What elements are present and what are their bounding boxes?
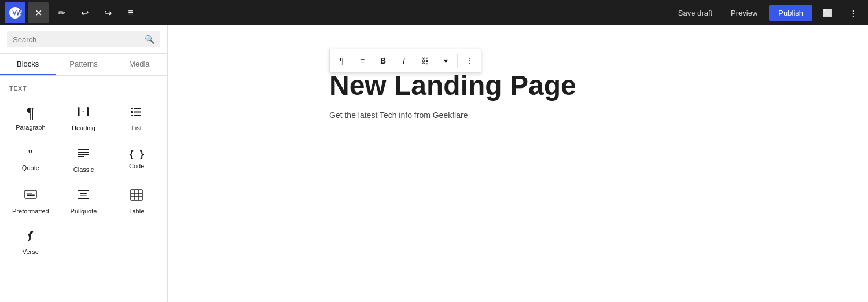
code-icon: { } <box>129 150 145 159</box>
italic-icon: I <box>403 56 405 65</box>
more-options-button[interactable]: ⋮ <box>843 2 863 23</box>
toolbar-divider <box>457 54 458 68</box>
sidebar-toggle-icon: ⬜ <box>823 9 833 17</box>
block-pullquote[interactable]: Pullquote <box>58 180 110 220</box>
block-code-label: Code <box>129 163 144 170</box>
bold-icon: B <box>380 56 386 65</box>
main-area: 🔍 Blocks Patterns Media TEXT ¶ Paragraph <box>0 25 868 302</box>
page-subtitle[interactable]: Get the latest Tech info from Geekflare <box>329 111 707 120</box>
bold-button[interactable]: B <box>373 50 393 71</box>
more-toolbar-icon: ▾ <box>444 56 448 65</box>
list-view-icon: ≡ <box>128 8 133 18</box>
undo-button[interactable]: ↩ <box>74 2 95 23</box>
block-quote[interactable]: " Quote <box>5 138 57 179</box>
svg-rect-13 <box>25 190 36 198</box>
svg-rect-8 <box>134 115 141 116</box>
wp-logo[interactable] <box>5 2 25 23</box>
block-verse[interactable]: Verse <box>5 222 57 261</box>
block-code[interactable]: { } Code <box>111 138 163 179</box>
wp-logo-icon <box>8 6 22 20</box>
left-sidebar: 🔍 Blocks Patterns Media TEXT ¶ Paragraph <box>0 25 168 302</box>
block-type-button[interactable]: ¶ <box>331 50 352 71</box>
block-preformatted-label: Preformatted <box>12 208 49 215</box>
block-preformatted[interactable]: Preformatted <box>5 180 57 220</box>
svg-rect-20 <box>131 190 142 200</box>
undo-icon: ↩ <box>81 8 89 19</box>
block-list-label: List <box>132 124 142 131</box>
search-icon: 🔍 <box>145 35 155 44</box>
close-icon: ✕ <box>35 8 42 19</box>
sidebar-tabs: Blocks Patterns Media <box>0 54 167 76</box>
list-icon <box>130 105 144 121</box>
svg-rect-11 <box>78 154 89 155</box>
preformatted-icon <box>24 188 38 204</box>
link-button[interactable]: ⛓ <box>414 50 435 71</box>
more-toolbar-button[interactable]: ▾ <box>435 50 456 71</box>
tab-patterns[interactable]: Patterns <box>56 54 111 75</box>
table-icon <box>130 188 144 204</box>
svg-rect-7 <box>131 115 133 116</box>
svg-rect-4 <box>134 108 141 109</box>
preview-button[interactable]: Preview <box>724 5 764 21</box>
block-quote-label: Quote <box>22 164 39 171</box>
svg-rect-2 <box>87 107 89 116</box>
block-pullquote-label: Pullquote <box>71 208 97 215</box>
paragraph-toolbar-icon: ¶ <box>339 56 344 65</box>
align-button[interactable]: ≡ <box>352 50 373 71</box>
svg-rect-0 <box>78 107 80 116</box>
options-button[interactable]: ⋮ <box>459 50 480 71</box>
svg-rect-17 <box>78 198 89 199</box>
list-view-button[interactable]: ≡ <box>120 2 141 23</box>
text-section-label: TEXT <box>0 80 167 94</box>
page-title[interactable]: New Landing Page <box>329 71 707 101</box>
classic-icon <box>76 146 90 163</box>
top-toolbar: ✕ ✏ ↩ ↪ ≡ Save draft Preview Publish ⬜ ⋮ <box>0 0 868 25</box>
sidebar-toggle-button[interactable]: ⬜ <box>817 2 838 23</box>
tab-media[interactable]: Media <box>112 54 167 75</box>
edit-button[interactable]: ✏ <box>51 2 72 23</box>
svg-rect-9 <box>78 149 89 150</box>
redo-icon: ↪ <box>104 8 112 19</box>
heading-icon <box>76 105 90 121</box>
italic-button[interactable]: I <box>393 50 414 71</box>
svg-rect-5 <box>131 111 133 113</box>
block-toolbar: ¶ ≡ B I ⛓ ▾ ⋮ <box>329 49 481 73</box>
block-paragraph-label: Paragraph <box>16 124 45 131</box>
svg-rect-16 <box>78 190 89 191</box>
verse-icon <box>24 230 37 245</box>
editor-area[interactable]: ¶ ≡ B I ⛓ ▾ ⋮ <box>168 25 868 302</box>
save-draft-button[interactable]: Save draft <box>671 5 719 21</box>
svg-rect-18 <box>80 193 87 194</box>
editor-content: ¶ ≡ B I ⛓ ▾ ⋮ <box>315 49 720 120</box>
block-heading[interactable]: Heading <box>58 97 110 137</box>
svg-rect-12 <box>78 156 84 157</box>
svg-rect-1 <box>83 111 84 112</box>
pullquote-icon <box>76 188 90 204</box>
more-options-icon: ⋮ <box>849 9 857 17</box>
publish-button[interactable]: Publish <box>769 5 812 21</box>
link-icon: ⛓ <box>421 57 429 65</box>
toolbar-right: Save draft Preview Publish ⬜ ⋮ <box>671 2 863 23</box>
block-table-label: Table <box>129 208 144 215</box>
edit-icon: ✏ <box>58 8 65 19</box>
tab-blocks[interactable]: Blocks <box>0 54 56 75</box>
search-input[interactable] <box>13 35 140 44</box>
block-list[interactable]: List <box>111 97 163 137</box>
block-heading-label: Heading <box>72 124 95 131</box>
search-input-wrapper: 🔍 <box>7 31 160 47</box>
blocks-content: TEXT ¶ Paragraph Heading <box>0 76 167 302</box>
close-button[interactable]: ✕ <box>28 2 49 23</box>
svg-rect-19 <box>80 196 87 197</box>
block-classic-label: Classic <box>73 166 94 173</box>
quote-icon: " <box>28 148 33 161</box>
options-icon: ⋮ <box>465 56 473 65</box>
svg-rect-3 <box>131 108 133 109</box>
svg-rect-15 <box>27 195 35 196</box>
align-icon: ≡ <box>360 56 365 65</box>
block-paragraph[interactable]: ¶ Paragraph <box>5 97 57 137</box>
redo-button[interactable]: ↪ <box>97 2 118 23</box>
block-verse-label: Verse <box>23 248 39 255</box>
block-classic[interactable]: Classic <box>58 138 110 179</box>
block-table[interactable]: Table <box>111 180 163 220</box>
svg-rect-14 <box>27 193 32 194</box>
